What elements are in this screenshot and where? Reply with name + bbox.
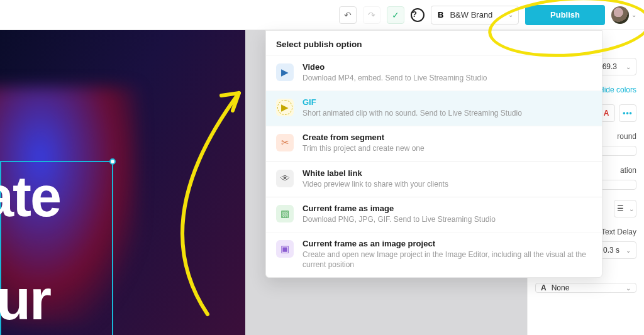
account-menu[interactable]: ⌄	[611, 6, 636, 24]
option-desc: Short animated clip with no sound. Send …	[303, 108, 522, 118]
dropdown-heading: Select publish option	[266, 31, 602, 55]
img-icon: ▧	[276, 205, 294, 222]
video-canvas[interactable]: ate ur	[0, 30, 245, 335]
publish-option-img[interactable]: ▧Current frame as imageDownload PNG, JPG…	[266, 197, 602, 232]
list-style-button[interactable]: ☰⌄	[614, 200, 636, 217]
brand-prefix: B	[438, 10, 443, 19]
bgstyle-select[interactable]: ANone ⌄	[535, 283, 636, 293]
chevron-down-icon: ⌄	[631, 11, 636, 18]
option-desc: Video preview link to share with your cl…	[303, 179, 448, 189]
top-toolbar: ↶ ↷ ✓ ? B B&W Brand ⌄ Publish ⌄	[0, 0, 644, 30]
hide-colors-link[interactable]: Hide colors	[599, 85, 636, 94]
publish-option-proj[interactable]: ▣Current frame as an image projectCreate…	[266, 232, 602, 277]
option-desc: Download MP4, embed. Send to Live Stream…	[303, 73, 487, 83]
canvas-text-line[interactable]: ate	[0, 166, 60, 228]
brand-selector[interactable]: B B&W Brand ⌄	[431, 6, 519, 25]
undo-button[interactable]: ↶	[339, 6, 357, 24]
option-title: Current frame as an image project	[303, 239, 592, 248]
publish-option-eye[interactable]: 👁White label linkVideo preview link to s…	[266, 162, 602, 197]
brand-label: B&W Brand	[450, 10, 502, 19]
more-colors-button[interactable]: •••	[619, 104, 636, 122]
proj-icon: ▣	[276, 240, 294, 258]
save-status-button[interactable]: ✓	[387, 6, 404, 24]
publish-option-gif[interactable]: ▶GIFShort animated clip with no sound. S…	[266, 91, 602, 126]
publish-button[interactable]: Publish	[525, 5, 605, 25]
video-icon: ▶	[276, 63, 294, 81]
option-desc: Download PNG, JPG, GIF. Send to Live Str…	[303, 214, 496, 224]
delay-value-select[interactable]: 0.3 s⌄	[597, 241, 636, 259]
eye-icon: 👁	[276, 170, 294, 187]
publish-option-seg[interactable]: ✂Create from segmentTrim this project an…	[266, 126, 602, 161]
seg-icon: ✂	[276, 134, 294, 151]
gif-icon: ▶	[276, 99, 294, 116]
help-icon[interactable]: ?	[411, 8, 425, 22]
chevron-down-icon: ⌄	[508, 11, 513, 18]
option-desc: Create and open new Image project in the…	[303, 250, 592, 270]
option-title: GIF	[303, 97, 522, 107]
option-title: Video	[303, 62, 487, 72]
avatar	[611, 6, 629, 24]
publish-dropdown: Select publish option ▶VideoDownload MP4…	[265, 30, 602, 278]
option-title: Current frame as image	[303, 204, 496, 213]
canvas-text-line[interactable]: ur	[0, 269, 50, 331]
option-desc: Trim this project and create new one	[303, 143, 425, 153]
redo-button[interactable]: ↷	[363, 6, 380, 24]
option-title: White label link	[303, 168, 448, 178]
resize-handle[interactable]	[109, 158, 116, 165]
option-title: Create from segment	[303, 133, 425, 142]
publish-option-video[interactable]: ▶VideoDownload MP4, embed. Send to Live …	[266, 55, 602, 91]
